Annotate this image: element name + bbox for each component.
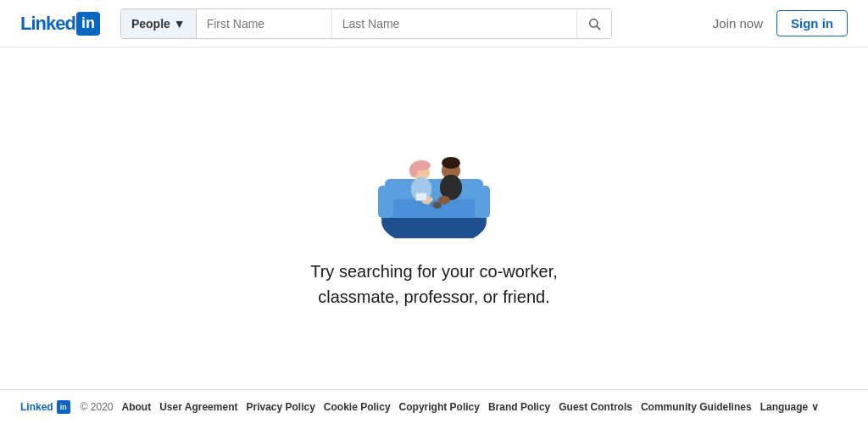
footer-link-brand[interactable]: Brand Policy [488,401,550,413]
logo-box: in [76,12,100,36]
last-name-input[interactable] [332,9,576,38]
header: Linkedin People ▼ Join now Sign in [0,0,868,47]
svg-rect-22 [416,193,426,200]
footer-link-community[interactable]: Community Guidelines [641,401,752,413]
search-button[interactable] [576,9,611,38]
footer-copyright: © 2020 [81,401,114,413]
main-content: Try searching for your co-worker, classm… [0,47,868,389]
logo: Linkedin [20,12,100,36]
search-bar: People ▼ [120,8,612,39]
footer-logo-box: in [57,400,70,414]
prompt-line2: classmate, professor, or friend. [318,287,549,306]
logo-text: Linked [20,13,75,35]
footer-link-guest-controls[interactable]: Guest Controls [559,401,632,413]
prompt-line1: Try searching for your co-worker, [310,262,558,281]
illustration [366,128,502,238]
sign-in-button[interactable]: Sign in [776,10,848,36]
header-right: Join now Sign in [713,10,848,36]
footer-logo: Linkedin [20,400,70,414]
footer-link-cookie[interactable]: Cookie Policy [324,401,391,413]
search-type-label: People [131,17,170,31]
search-type-dropdown[interactable]: People ▼ [121,9,197,38]
first-name-input[interactable] [197,9,332,38]
footer-link-language[interactable]: Language ∨ [760,401,819,413]
people-illustration [366,128,502,238]
svg-point-20 [433,202,442,209]
footer-link-copyright[interactable]: Copyright Policy [399,401,480,413]
footer-link-user-agreement[interactable]: User Agreement [159,401,237,413]
footer-link-privacy[interactable]: Privacy Policy [246,401,314,413]
svg-point-11 [409,164,418,177]
footer-link-about[interactable]: About [122,401,152,413]
svg-line-1 [597,26,600,30]
chevron-down-icon: ▼ [174,17,186,31]
svg-rect-7 [385,179,483,199]
search-icon [587,17,601,31]
prompt-text: Try searching for your co-worker, classm… [310,259,558,310]
footer-logo-text: Linked [20,401,53,413]
svg-point-17 [442,157,460,169]
join-now-button[interactable]: Join now [713,16,763,31]
footer: Linkedin © 2020 About User Agreement Pri… [0,389,868,424]
